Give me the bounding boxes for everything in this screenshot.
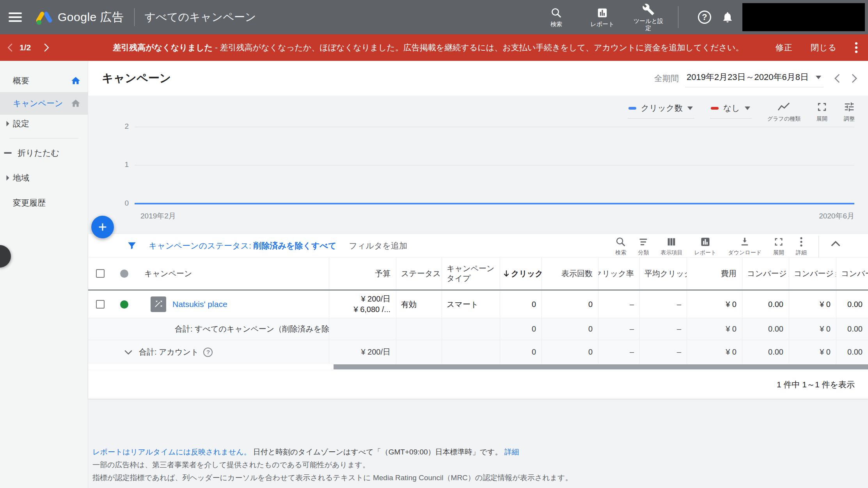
add-campaign-fab[interactable] xyxy=(91,216,114,238)
header-budget[interactable]: 予算 xyxy=(329,257,396,289)
header-campaign[interactable]: キャンペーン xyxy=(135,257,329,289)
impressions-cell: 0 xyxy=(541,291,598,318)
add-filter-button[interactable]: フィルタを追加 xyxy=(349,240,407,251)
alert-more-icon[interactable] xyxy=(855,41,858,54)
header-status-dot xyxy=(113,257,135,289)
topbar-page-title: すべてのキャンペーン xyxy=(145,10,256,25)
learn-more-link[interactable]: 詳細 xyxy=(504,448,519,456)
table-header-row: キャンペーン 予算 ステータス キャンペーンタイプ クリック数 表示回数 クリッ… xyxy=(88,257,868,291)
alert-fix-button[interactable]: 修正 xyxy=(776,42,793,53)
wrench-icon xyxy=(642,3,655,16)
checkbox[interactable] xyxy=(96,300,105,309)
header-conversion-rate[interactable]: コンバージョン xyxy=(836,257,868,289)
sliders-icon xyxy=(843,101,855,113)
campaign-table-card: キャンペーンのステータス: 削除済みを除くすべて フィルタを追加 検索 分類 xyxy=(88,234,868,399)
sidebar-item-overview[interactable]: 概要 xyxy=(0,69,88,92)
alert-message: 差引残高がなくなりました - 差引残高がなくなったか、ほぼなくなりました。広告掲… xyxy=(113,42,744,53)
cost-cell: ¥ 0 xyxy=(687,291,742,318)
collapse-table-chevron-icon[interactable] xyxy=(831,240,841,247)
expand-icon xyxy=(816,101,828,113)
total-ctr-cell: – xyxy=(598,318,639,340)
more-button[interactable]: 詳細 xyxy=(796,236,807,256)
topbar-search-label: 検索 xyxy=(540,21,573,27)
collapse-minus-icon xyxy=(4,152,12,154)
header-cost-per-conversion[interactable]: コンバージョン xyxy=(789,257,836,289)
notifications-bell-icon[interactable] xyxy=(721,11,734,23)
help-circle-icon[interactable]: ? xyxy=(203,348,213,357)
x-label-end: 2020年6月 xyxy=(751,211,854,221)
header-cost[interactable]: 費用 xyxy=(687,257,742,289)
campaign-name-cell: Natsukis' place xyxy=(135,291,329,318)
topbar-reports-button[interactable]: レポート xyxy=(586,7,619,27)
date-next-icon[interactable] xyxy=(851,73,858,83)
legend-dash-blue xyxy=(628,107,636,110)
table-expand-button[interactable]: 展開 xyxy=(773,236,784,256)
ctr-cell: – xyxy=(598,291,639,318)
realtime-note-link[interactable]: レポートはリアルタイムには反映されません。 xyxy=(92,448,251,456)
redacted-account-info xyxy=(742,3,865,31)
sidebar-item-collapse[interactable]: 折りたたむ xyxy=(0,144,88,162)
expand-row-chevron-icon[interactable] xyxy=(124,350,133,355)
menu-icon[interactable] xyxy=(9,10,22,24)
conversion-rate-cell: 0.00 xyxy=(836,291,868,318)
scrollbar-thumb[interactable] xyxy=(334,364,868,369)
campaign-link[interactable]: Natsukis' place xyxy=(172,300,227,309)
sidebar-item-locations[interactable]: 地域 xyxy=(0,169,88,187)
filter-funnel-icon[interactable] xyxy=(127,241,137,251)
gridline-1 xyxy=(135,165,854,165)
pagination-bar: 1 件中 1～1 件を表示 xyxy=(88,370,868,399)
total-account-label: 合計: アカウント xyxy=(139,347,199,357)
filter-chip-status[interactable]: キャンペーンのステータス: 削除済みを除くすべて xyxy=(149,240,337,251)
performance-chart: クリック数 なし グラフの種類 展開 xyxy=(88,96,868,234)
alert-prev-icon[interactable] xyxy=(7,43,13,52)
alert-body: - 差引残高がなくなったか、ほぼなくなりました。広告掲載を継続するには、お支払い… xyxy=(215,43,744,52)
footnote-line-2: 一部の広告枠は、第三者事業者を介して提供されたものである可能性があります。 xyxy=(92,458,834,471)
columns-button[interactable]: 表示項目 xyxy=(660,236,682,256)
account-conversions-cell: 0.00 xyxy=(742,340,789,364)
account-cost-per-conv-cell: ¥ 0 xyxy=(789,340,836,364)
header-impressions[interactable]: 表示回数 xyxy=(541,257,598,289)
total-clicks-cell: 0 xyxy=(500,318,541,340)
help-icon[interactable]: ? xyxy=(698,11,711,24)
google-ads-logo-icon[interactable] xyxy=(35,8,53,26)
topbar-search-button[interactable]: 検索 xyxy=(540,7,573,27)
segment-button[interactable]: 分類 xyxy=(638,236,649,256)
checkbox[interactable] xyxy=(96,269,105,278)
date-range-picker[interactable]: 2019年2月23日～2020年6月8日 xyxy=(685,69,824,87)
header-avg-cpc[interactable]: 平均クリック単価 xyxy=(639,257,687,289)
conversions-cell: 0.00 xyxy=(742,291,789,318)
plus-icon xyxy=(97,222,108,232)
topbar-divider xyxy=(134,8,135,26)
sidebar-item-settings[interactable]: 設定 xyxy=(0,115,88,133)
report-button[interactable]: レポート xyxy=(694,236,716,256)
segment-lines-icon xyxy=(638,236,649,247)
header-ctr[interactable]: クリック率 xyxy=(598,257,639,289)
header-campaign-type[interactable]: キャンペーンタイプ xyxy=(442,257,500,289)
account-avg-cpc-cell: – xyxy=(639,340,687,364)
more-vert-icon xyxy=(800,236,803,247)
alert-next-icon[interactable] xyxy=(43,43,50,52)
chart-type-button[interactable]: グラフの種類 xyxy=(767,101,801,122)
total-avg-cpc-cell: – xyxy=(639,318,687,340)
report-icon xyxy=(700,236,711,247)
header-conversions[interactable]: コンバージョン xyxy=(742,257,789,289)
download-button[interactable]: ダウンロード xyxy=(728,236,761,256)
header-select-all[interactable] xyxy=(88,257,113,289)
sidebar-item-change-history[interactable]: 変更履歴 xyxy=(0,194,88,212)
gridline-2 xyxy=(135,127,854,127)
chart-adjust-button[interactable]: 調整 xyxy=(843,101,855,122)
alert-close-button[interactable]: 閉じる xyxy=(811,42,837,53)
chart-expand-button[interactable]: 展開 xyxy=(816,101,828,122)
date-prev-icon[interactable] xyxy=(834,73,841,83)
chevron-down-icon xyxy=(687,106,693,110)
metric-selector-secondary[interactable]: なし xyxy=(710,101,752,119)
metric-selector-primary[interactable]: クリック数 xyxy=(628,101,694,119)
header-status[interactable]: ステータス xyxy=(396,257,442,289)
sidebar-item-campaigns[interactable]: キャンペーン xyxy=(0,92,88,115)
topbar-tools-button[interactable]: ツールと設定 xyxy=(632,3,665,31)
top-app-bar: Google 広告 すべてのキャンペーン 検索 レポート ツールと設定 xyxy=(0,0,868,34)
type-cell: スマート xyxy=(442,291,500,318)
left-nav: 概要 キャンペーン 設定 折りたたむ 地域 xyxy=(0,61,88,488)
table-search-button[interactable]: 検索 xyxy=(615,236,626,256)
header-clicks-sorted[interactable]: クリック数 xyxy=(500,257,541,289)
